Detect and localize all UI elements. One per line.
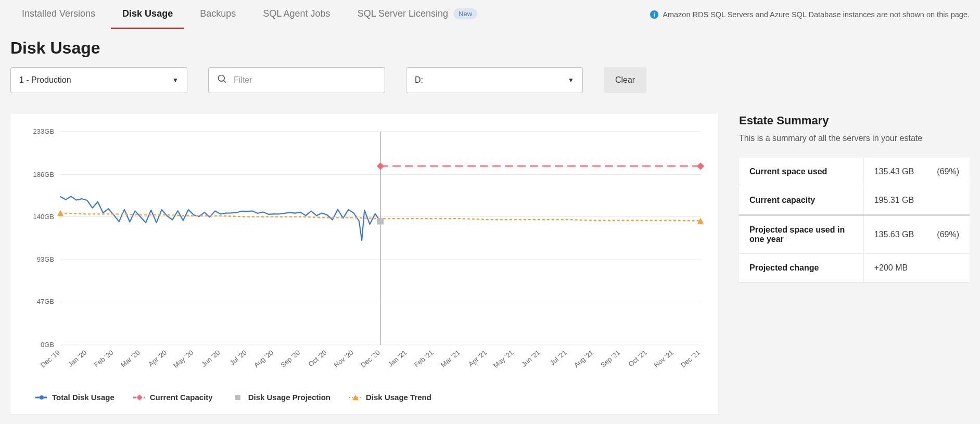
label: Current capacity	[739, 186, 863, 215]
svg-text:Aug '20: Aug '20	[252, 349, 275, 369]
value: +200 MB	[863, 254, 970, 282]
tab-sql-server-licensing[interactable]: SQL Server Licensing New	[346, 0, 489, 29]
svg-rect-49	[235, 395, 240, 400]
svg-text:Apr '21: Apr '21	[467, 349, 488, 368]
svg-text:47GB: 47GB	[37, 298, 54, 305]
label: Current space used	[739, 158, 863, 186]
clear-button[interactable]: Clear	[604, 67, 646, 93]
chart-legend: Total Disk Usage Current Capacity Disk U…	[23, 393, 706, 402]
svg-text:Dec '20: Dec '20	[359, 349, 381, 369]
estate-summary-title: Estate Summary	[739, 114, 970, 127]
value: 195.31 GB	[863, 186, 970, 215]
value: 135.63 GB	[863, 215, 926, 254]
estate-summary: Estate Summary This is a summary of all …	[739, 114, 970, 414]
svg-text:Mar '20: Mar '20	[119, 349, 142, 369]
filter-input-wrap[interactable]	[208, 67, 385, 93]
svg-text:Oct '21: Oct '21	[627, 349, 648, 368]
estate-summary-table: Current space used 135.43 GB (69%) Curre…	[739, 158, 970, 282]
filter-input[interactable]	[234, 75, 376, 85]
disk-usage-chart[interactable]: 0GB47GB93GB140GB186GB233GBDec '19Jan '20…	[23, 126, 706, 381]
environment-select[interactable]: 1 - Production ▼	[10, 67, 187, 93]
svg-text:233GB: 233GB	[33, 127, 54, 135]
page-title: Disk Usage	[10, 38, 970, 58]
svg-text:Oct '20: Oct '20	[307, 349, 328, 368]
svg-text:Nov '20: Nov '20	[333, 349, 355, 369]
svg-text:93GB: 93GB	[37, 255, 54, 263]
svg-text:Sep '20: Sep '20	[279, 349, 301, 369]
svg-text:Sep '21: Sep '21	[599, 349, 621, 369]
row-projected-change: Projected change +200 MB	[739, 254, 970, 282]
svg-text:Dec '21: Dec '21	[679, 349, 702, 369]
svg-text:186GB: 186GB	[33, 171, 54, 178]
row-current-capacity: Current capacity 195.31 GB	[739, 186, 970, 215]
legend-swatch-dashed-icon	[133, 394, 145, 401]
svg-text:Jan '20: Jan '20	[67, 349, 88, 368]
row-current-space-used: Current space used 135.43 GB (69%)	[739, 158, 970, 186]
svg-rect-40	[377, 162, 384, 170]
svg-text:Nov '21: Nov '21	[653, 349, 675, 369]
drive-select[interactable]: D: ▼	[406, 67, 583, 93]
info-banner: i Amazon RDS SQL Servers and Azure SQL D…	[650, 10, 970, 19]
tab-backups[interactable]: Backups	[188, 0, 247, 29]
legend-swatch-square-icon	[232, 394, 243, 401]
legend-total-disk-usage: Total Disk Usage	[35, 393, 114, 402]
chevron-down-icon: ▼	[172, 76, 179, 84]
new-badge: New	[453, 8, 477, 19]
value: 135.43 GB	[863, 158, 926, 186]
svg-point-46	[40, 395, 44, 400]
svg-text:May '21: May '21	[492, 349, 515, 369]
row-projected-space-used: Projected space used in one year 135.63 …	[739, 215, 970, 254]
tab-disk-usage[interactable]: Disk Usage	[111, 0, 184, 29]
svg-text:Jun '20: Jun '20	[200, 349, 221, 368]
legend-swatch-line-icon	[35, 394, 47, 401]
svg-text:Apr '20: Apr '20	[147, 349, 168, 368]
tab-bar: Installed Versions Disk Usage Backups SQ…	[10, 0, 970, 29]
filter-bar: 1 - Production ▼ D: ▼ Clear	[10, 67, 970, 93]
svg-text:Jan '21: Jan '21	[387, 349, 408, 368]
percent: (69%)	[926, 215, 970, 254]
environment-select-value: 1 - Production	[19, 75, 71, 85]
label: Projected space used in one year	[739, 215, 863, 254]
svg-text:Jul '20: Jul '20	[228, 349, 248, 367]
svg-line-1	[224, 81, 226, 83]
estate-summary-subtitle: This is a summary of all the servers in …	[739, 134, 970, 143]
chevron-down-icon: ▼	[568, 76, 574, 84]
disk-usage-chart-card: 0GB47GB93GB140GB186GB233GBDec '19Jan '20…	[10, 114, 718, 414]
svg-rect-48	[136, 394, 142, 400]
svg-text:Mar '21: Mar '21	[439, 349, 462, 369]
svg-text:140GB: 140GB	[33, 213, 54, 221]
svg-rect-44	[377, 218, 384, 224]
legend-disk-usage-projection: Disk Usage Projection	[232, 393, 330, 402]
svg-marker-42	[57, 210, 63, 216]
svg-text:Feb '20: Feb '20	[93, 349, 115, 369]
search-icon	[217, 74, 227, 86]
svg-text:Aug '21: Aug '21	[572, 349, 595, 369]
drive-select-value: D:	[415, 75, 423, 85]
tab-installed-versions[interactable]: Installed Versions	[10, 0, 107, 29]
svg-text:Jul '21: Jul '21	[549, 349, 568, 367]
svg-rect-41	[697, 162, 704, 170]
svg-text:Dec '19: Dec '19	[39, 349, 61, 369]
label: Projected change	[739, 254, 863, 282]
legend-disk-usage-trend: Disk Usage Trend	[349, 393, 431, 402]
svg-text:May '20: May '20	[172, 349, 195, 369]
percent: (69%)	[926, 158, 970, 186]
legend-swatch-triangle-icon	[349, 394, 361, 401]
svg-point-0	[219, 75, 225, 82]
legend-current-capacity: Current Capacity	[133, 393, 213, 402]
svg-text:Jun '21: Jun '21	[520, 349, 541, 368]
info-icon: i	[650, 10, 658, 19]
tab-sql-agent-jobs[interactable]: SQL Agent Jobs	[251, 0, 341, 29]
svg-text:Feb '21: Feb '21	[413, 349, 435, 369]
svg-text:0GB: 0GB	[41, 341, 54, 349]
info-text: Amazon RDS SQL Servers and Azure SQL Dat…	[663, 10, 970, 19]
